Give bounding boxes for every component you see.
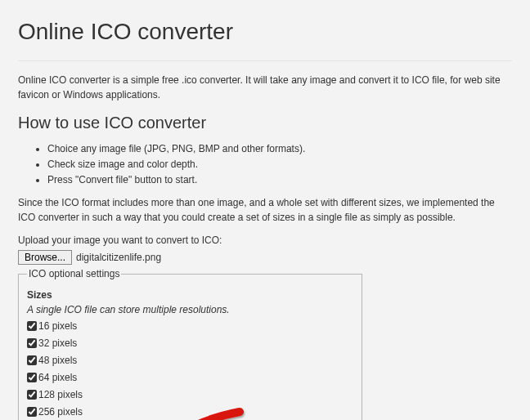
size-checkbox-16[interactable] <box>27 321 37 331</box>
description-text: Since the ICO format includes more than … <box>18 195 512 225</box>
file-input-row: Browse... digitalcitizenlife.png <box>18 250 512 265</box>
size-option-label: 48 pixels <box>38 353 77 368</box>
size-checkbox-32[interactable] <box>27 338 37 348</box>
size-option: 256 pixels <box>27 404 353 419</box>
ico-settings-fieldset: ICO optional settings Sizes A single ICO… <box>18 266 362 420</box>
sizes-label: Sizes <box>27 288 353 302</box>
size-option-label: 16 pixels <box>38 319 77 333</box>
size-option-label: 32 pixels <box>38 336 77 351</box>
page-title: Online ICO converter <box>18 15 512 49</box>
size-option: 16 pixels <box>27 319 353 333</box>
sizes-sublabel: A single ICO file can store multiple res… <box>27 302 353 317</box>
howto-step: Check size image and color depth. <box>47 157 512 172</box>
howto-step: Choice any image file (JPG, PNG, BMP and… <box>47 141 512 156</box>
browse-button[interactable]: Browse... <box>18 250 72 265</box>
size-option-label: 256 pixels <box>38 404 83 419</box>
size-checkbox-64[interactable] <box>27 373 37 382</box>
selected-file-name: digitalcitizenlife.png <box>76 250 161 265</box>
size-checkbox-128[interactable] <box>27 390 37 400</box>
intro-text: Online ICO converter is a simple free .i… <box>18 73 512 102</box>
howto-step: Press "Convert file" button to start. <box>47 172 512 187</box>
size-checkbox-48[interactable] <box>27 355 37 365</box>
upload-label: Upload your image you want to convert to… <box>18 233 512 248</box>
settings-legend: ICO optional settings <box>27 266 121 281</box>
size-option: 32 pixels <box>27 336 353 351</box>
size-option-label: 128 pixels <box>38 387 83 402</box>
divider <box>18 60 512 61</box>
size-option: 48 pixels <box>27 353 353 368</box>
howto-heading: How to use ICO converter <box>18 110 512 135</box>
size-option: 64 pixels <box>27 370 353 385</box>
size-checkbox-256[interactable] <box>27 407 37 417</box>
size-option-label: 64 pixels <box>38 370 77 385</box>
howto-steps: Choice any image file (JPG, PNG, BMP and… <box>47 141 512 187</box>
size-option: 128 pixels <box>27 387 353 402</box>
